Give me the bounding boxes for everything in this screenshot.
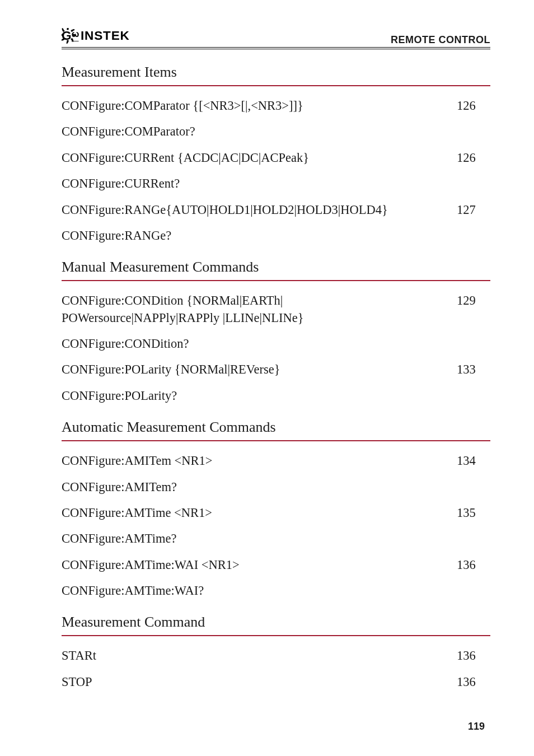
entry-label: STARt (62, 647, 457, 664)
entry-label: CONFigure:CURRent {ACDC|AC|DC|ACPeak} (62, 150, 457, 166)
entry-page: 126 (457, 150, 490, 166)
entry-page: 129 (457, 292, 490, 309)
entry-page: 136 (457, 674, 490, 690)
entry-label: CONFigure:CURRent? (62, 175, 457, 192)
toc-entry: CONFigure:POLarity? (62, 388, 490, 404)
svg-text:INSTEK: INSTEK (81, 29, 130, 43)
toc-entry: STARt 136 (62, 647, 490, 664)
section-2: Automatic Measurement Commands CONFigure… (62, 419, 490, 599)
entry-page: 136 (457, 647, 490, 664)
svg-text:G: G (62, 29, 71, 43)
toc-entry: CONFigure:AMTime? (62, 530, 490, 547)
toc-entry: CONFigure:POLarity {NORMal|REVerse} 133 (62, 361, 490, 378)
toc-entry: STOP 136 (62, 674, 490, 690)
entry-label: CONFigure:AMTime:WAI? (62, 582, 457, 599)
section-0: Measurement Items CONFigure:COMParator {… (62, 64, 490, 244)
doc-title: REMOTE CONTROL (391, 34, 490, 46)
entry-label: CONFigure:COMParator? (62, 123, 457, 140)
entry-page: 135 (457, 505, 490, 521)
entry-label: CONFigure:AMTime? (62, 530, 457, 547)
entry-label: CONFigure:AMITem <NR1> (62, 452, 457, 469)
entry-label: CONFigure:CONDition {NORMal|EARTh| POWer… (62, 292, 457, 326)
toc-entry: CONFigure:AMITem <NR1> 134 (62, 452, 490, 469)
brand-logo: G ҉ _ ω INSTEK (62, 28, 179, 46)
section-rule (62, 85, 490, 86)
page-number: 119 (468, 721, 485, 732)
section-title: Measurement Items (62, 64, 490, 81)
toc-entry: CONFigure:RANGe? (62, 227, 490, 244)
toc-entry: CONFigure:RANGe{AUTO|HOLD1|HOLD2|HOLD3|H… (62, 202, 490, 218)
toc-entry: CONFigure:AMITem? (62, 479, 490, 496)
section-1: Manual Measurement Commands CONFigure:CO… (62, 259, 490, 404)
toc-entry: CONFigure:CONDition? (62, 335, 490, 352)
toc-entry: CONFigure:CONDition {NORMal|EARTh| POWer… (62, 292, 490, 326)
section-3: Measurement Command STARt 136 STOP 136 (62, 614, 490, 690)
entry-label: CONFigure:POLarity? (62, 388, 457, 404)
section-title: Manual Measurement Commands (62, 259, 490, 276)
entry-label: CONFigure:AMITem? (62, 479, 457, 496)
entry-label: CONFigure:COMParator {[<NR3>[|,<NR3>]]} (62, 97, 457, 114)
toc-entry: CONFigure:AMTime:WAI? (62, 582, 490, 599)
entry-page: 127 (457, 202, 490, 218)
section-rule (62, 280, 490, 281)
toc-entry: CONFigure:COMParator {[<NR3>[|,<NR3>]]} … (62, 97, 490, 114)
section-rule (62, 635, 490, 636)
entry-page: 126 (457, 97, 490, 114)
entry-label: CONFigure:RANGe{AUTO|HOLD1|HOLD2|HOLD3|H… (62, 202, 457, 218)
entry-label: CONFigure:RANGe? (62, 227, 457, 244)
entry-label: STOP (62, 674, 457, 690)
entry-page: 133 (457, 361, 490, 378)
entry-label: CONFigure:AMTime:WAI <NR1> (62, 557, 457, 573)
svg-text:ω: ω (72, 29, 79, 39)
entry-label: CONFigure:POLarity {NORMal|REVerse} (62, 361, 457, 378)
entry-label: CONFigure:AMTime <NR1> (62, 505, 457, 521)
section-title: Measurement Command (62, 614, 490, 631)
entry-page: 134 (457, 452, 490, 469)
section-title: Automatic Measurement Commands (62, 419, 490, 436)
entry-page: 136 (457, 557, 490, 573)
section-rule (62, 440, 490, 441)
toc-entry: CONFigure:COMParator? (62, 123, 490, 140)
header: G ҉ _ ω INSTEK REMOTE CONTROL (62, 28, 490, 49)
entry-label: CONFigure:CONDition? (62, 335, 457, 352)
toc-entry: CONFigure:CURRent? (62, 175, 490, 192)
toc-entry: CONFigure:AMTime:WAI <NR1> 136 (62, 557, 490, 573)
toc-entry: CONFigure:CURRent {ACDC|AC|DC|ACPeak} 12… (62, 150, 490, 166)
toc-entry: CONFigure:AMTime <NR1> 135 (62, 505, 490, 521)
